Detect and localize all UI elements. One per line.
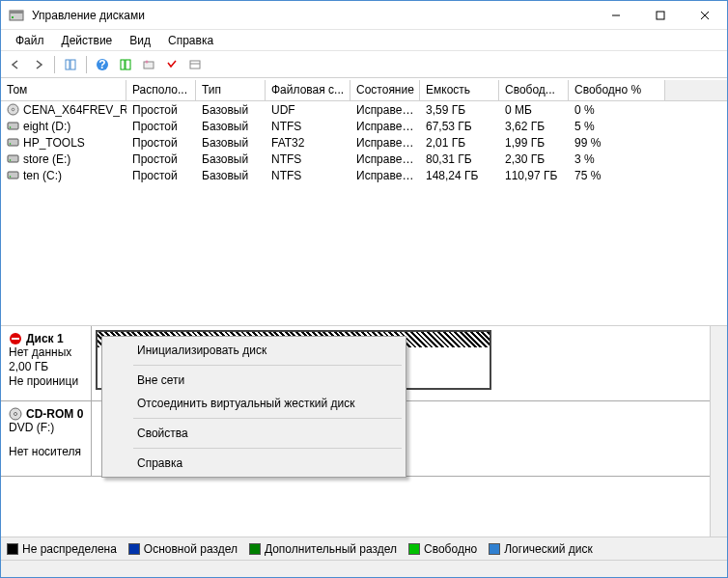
legend-unallocated: Не распределена — [22, 542, 117, 556]
volume-row[interactable]: CENA_X64FREV_R...ПростойБазовыйUDFИсправ… — [1, 101, 727, 118]
toolbar-separator — [86, 56, 87, 73]
app-icon — [9, 8, 24, 23]
show-hide-button[interactable] — [60, 54, 81, 75]
volume-fs: NTFS — [266, 119, 350, 134]
disk-1-size: 2,00 ГБ — [9, 360, 87, 374]
cdrom-0-status: Нет носителя — [9, 445, 87, 459]
svg-point-20 — [10, 126, 12, 128]
svg-rect-7 — [66, 60, 70, 69]
disk-error-icon — [9, 332, 22, 345]
ctx-separator — [133, 448, 402, 449]
toolbar: ? — [1, 51, 727, 78]
col-status[interactable]: Состояние — [350, 80, 420, 100]
volume-name: eight (D:) — [1, 119, 126, 134]
svg-text:?: ? — [98, 58, 105, 71]
svg-rect-15 — [190, 61, 200, 69]
svg-point-2 — [12, 16, 14, 18]
volume-capacity: 3,59 ГБ — [420, 102, 499, 118]
volume-fs: UDF — [266, 102, 350, 118]
help-button[interactable]: ? — [92, 54, 113, 75]
svg-rect-19 — [8, 123, 18, 129]
volume-row[interactable]: HP_TOOLSПростойБазовыйFAT32Исправен...2,… — [1, 134, 727, 151]
menu-help[interactable]: Справка — [159, 31, 222, 50]
volume-capacity: 2,01 ГБ — [420, 135, 499, 151]
volume-fs: NTFS — [266, 168, 350, 183]
svg-point-26 — [10, 176, 12, 178]
forward-button[interactable] — [28, 54, 49, 75]
volume-capacity: 148,24 ГБ — [420, 168, 499, 183]
volume-fs: FAT32 — [266, 135, 350, 151]
volume-free: 0 МБ — [499, 102, 569, 118]
svg-rect-23 — [8, 155, 18, 162]
volume-row[interactable]: ten (C:)ПростойБазовыйNTFSИсправен...148… — [1, 167, 727, 183]
volume-row[interactable]: eight (D:)ПростойБазовыйNTFSИсправен...6… — [1, 118, 727, 134]
legend-free: Свободно — [424, 542, 477, 556]
volume-layout: Простой — [126, 102, 196, 118]
back-button[interactable] — [5, 54, 26, 75]
legend-logical: Логический диск — [504, 542, 593, 556]
rescan-button[interactable] — [161, 54, 182, 75]
ctx-offline[interactable]: Вне сети — [104, 369, 404, 392]
col-volume[interactable]: Том — [1, 80, 126, 100]
volume-type: Базовый — [196, 119, 266, 134]
col-capacity[interactable]: Емкость — [420, 80, 499, 100]
disk-1-label: Диск 1 Нет данных 2,00 ГБ Не проиници — [1, 326, 92, 400]
volume-icon — [7, 103, 19, 116]
menu-file[interactable]: Файл — [7, 31, 53, 50]
svg-point-24 — [10, 159, 12, 161]
volume-name: CENA_X64FREV_R... — [1, 102, 126, 118]
svg-point-14 — [146, 60, 149, 63]
ctx-detach-vhd[interactable]: Отсоединить виртуальный жесткий диск — [104, 392, 404, 415]
ctx-initialize-disk[interactable]: Инициализировать диск — [104, 339, 404, 362]
refresh-button[interactable] — [115, 54, 136, 75]
col-free[interactable]: Свобод... — [499, 80, 569, 100]
svg-rect-8 — [70, 60, 75, 69]
menu-action[interactable]: Действие — [53, 31, 122, 50]
window-controls — [594, 1, 727, 30]
legend-bar: Не распределена Основной раздел Дополнит… — [1, 537, 727, 560]
menu-view[interactable]: Вид — [121, 31, 159, 50]
volume-free: 1,99 ГБ — [499, 135, 569, 151]
ctx-properties[interactable]: Свойства — [104, 422, 404, 445]
volume-layout: Простой — [126, 135, 196, 151]
svg-point-18 — [12, 108, 14, 110]
svg-rect-25 — [8, 172, 18, 179]
col-type[interactable]: Тип — [196, 80, 266, 100]
svg-rect-28 — [12, 338, 19, 340]
settings-button[interactable] — [138, 54, 159, 75]
menu-bar: Файл Действие Вид Справка — [1, 30, 727, 51]
volume-row[interactable]: store (E:)ПростойБазовыйNTFSИсправен...8… — [1, 151, 727, 167]
svg-point-30 — [14, 413, 17, 416]
disk-1-status: Нет данных — [9, 345, 87, 360]
volume-rows: CENA_X64FREV_R...ПростойБазовыйUDFИсправ… — [1, 101, 727, 183]
volume-type: Базовый — [196, 135, 266, 151]
volume-status: Исправен... — [350, 102, 420, 118]
volume-type: Базовый — [196, 168, 266, 183]
cdrom-0-drive: DVD (F:) — [9, 421, 87, 435]
ctx-help[interactable]: Справка — [104, 452, 404, 475]
toolbar-separator — [54, 56, 55, 73]
volume-status: Исправен... — [350, 151, 420, 167]
minimize-button[interactable] — [594, 1, 638, 30]
volume-fs: NTFS — [266, 151, 350, 167]
status-bar — [1, 560, 727, 577]
volume-type: Базовый — [196, 102, 266, 118]
volume-layout: Простой — [126, 119, 196, 134]
col-freep[interactable]: Свободно % — [569, 80, 665, 100]
title-bar: Управление дисками — [1, 1, 727, 30]
volume-header-row: Том Располо... Тип Файловая с... Состоян… — [1, 80, 727, 101]
volume-name: ten (C:) — [1, 168, 126, 183]
volume-freep: 99 % — [569, 135, 665, 151]
volume-freep: 75 % — [569, 168, 665, 183]
close-button[interactable] — [683, 1, 727, 30]
volume-status: Исправен... — [350, 119, 420, 134]
maximize-button[interactable] — [638, 1, 683, 30]
svg-rect-11 — [121, 60, 125, 69]
col-fs[interactable]: Файловая с... — [266, 80, 350, 100]
col-layout[interactable]: Располо... — [126, 80, 196, 100]
list-button[interactable] — [184, 54, 206, 75]
legend-unallocated-swatch — [7, 543, 18, 555]
volume-capacity: 80,31 ГБ — [420, 151, 499, 167]
volume-free: 3,62 ГБ — [499, 119, 569, 134]
ctx-separator — [133, 418, 402, 419]
